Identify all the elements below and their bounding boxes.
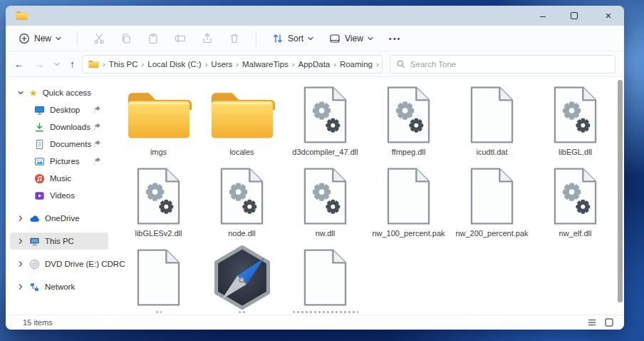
- file-list: imgs locales d3dcompiler_47.dll ffmpeg.d…: [113, 77, 624, 315]
- breadcrumb-separator: ›: [291, 60, 296, 68]
- sidebar-item-label: Desktop: [50, 106, 80, 114]
- breadcrumb-item-local-disk[interactable]: Local Disk (C:): [147, 60, 201, 68]
- chevron-right-icon: [18, 261, 24, 267]
- file-tile-nw-100-percent[interactable]: nw_100_percent.pak: [367, 164, 450, 245]
- search-input[interactable]: [410, 60, 609, 68]
- delete-button[interactable]: [229, 33, 240, 44]
- view-button[interactable]: View: [329, 33, 373, 44]
- sidebar-item-onedrive[interactable]: OneDrive: [10, 210, 108, 227]
- chevron-down-icon: [368, 36, 373, 41]
- folder-icon: [209, 89, 275, 141]
- copy-button[interactable]: [120, 33, 132, 44]
- download-icon: [34, 122, 45, 133]
- file-label: libEGL.dll: [559, 148, 592, 156]
- file-label: nw.dll: [316, 229, 336, 238]
- sidebar-item-music[interactable]: Music: [10, 170, 108, 187]
- folder-icon: [126, 89, 192, 141]
- this-pc-icon: [29, 236, 40, 247]
- sort-button-label: Sort: [288, 34, 303, 44]
- vertical-scrollbar[interactable]: [618, 80, 623, 312]
- file-tile-nwjs-app[interactable]: [200, 245, 284, 315]
- file-tile-nw[interactable]: nw.dll: [284, 164, 367, 245]
- document-icon: [34, 139, 45, 150]
- file-tile[interactable]: [284, 245, 367, 315]
- forward-button[interactable]: →: [34, 58, 44, 70]
- sidebar-item-documents[interactable]: Documents: [10, 136, 108, 153]
- sidebar-item-pictures[interactable]: Pictures: [10, 153, 108, 170]
- sidebar-item-quick-access[interactable]: ★ Quick access: [10, 84, 108, 101]
- details-view-icon[interactable]: [587, 317, 597, 327]
- breadcrumb-separator: ›: [235, 60, 239, 68]
- cut-icon: [93, 33, 105, 44]
- onedrive-cloud-icon: [29, 213, 40, 224]
- more-options-button[interactable]: •••: [389, 34, 402, 43]
- file-tile[interactable]: [117, 245, 200, 315]
- breadcrumb-item-this-pc[interactable]: This PC: [109, 60, 138, 68]
- cut-button[interactable]: [93, 33, 105, 44]
- file-tile-icudtl[interactable]: icudtl.dat: [450, 83, 534, 164]
- scrollbar-thumb[interactable]: [618, 80, 623, 302]
- close-button[interactable]: ×: [603, 10, 614, 21]
- address-bar: ← → ↑ › This PC › Local Disk (C:) › User…: [6, 51, 624, 77]
- pin-icon: [93, 106, 101, 113]
- new-plus-icon: [19, 33, 30, 44]
- sidebar-item-this-pc[interactable]: This PC: [10, 233, 108, 250]
- dll-file-icon: [136, 166, 181, 226]
- file-tile-d3dcompiler[interactable]: d3dcompiler_47.dll: [284, 83, 367, 164]
- breadcrumb-separator: ›: [204, 60, 209, 68]
- large-icons-view-icon[interactable]: [604, 317, 614, 327]
- file-tile-libglesv2[interactable]: libGLESv2.dll: [117, 164, 200, 245]
- folder-icon: [16, 11, 28, 21]
- music-icon: [34, 173, 45, 184]
- search-box[interactable]: [390, 55, 616, 73]
- breadcrumb-item-roaming[interactable]: Roaming: [340, 60, 373, 68]
- paste-icon: [147, 33, 159, 44]
- minimize-button[interactable]: –: [537, 10, 549, 21]
- sidebar-item-desktop[interactable]: Desktop: [10, 101, 108, 118]
- file-icon: [386, 166, 431, 226]
- breadcrumb-item-users[interactable]: Users: [211, 60, 232, 68]
- desktop-icon: [34, 105, 45, 116]
- file-tile-nw-200-percent[interactable]: nw_200_percent.pak: [450, 164, 534, 245]
- breadcrumb-separator: ›: [333, 60, 337, 68]
- sort-arrows-icon: [272, 33, 284, 44]
- file-tile-locales[interactable]: locales: [200, 83, 284, 164]
- chevron-right-icon: [18, 238, 24, 244]
- file-label: icudtl.dat: [476, 148, 507, 156]
- file-tile-ffmpeg[interactable]: ffmpeg.dll: [367, 83, 450, 164]
- file-tile-nw-elf[interactable]: nw_elf.dll: [534, 164, 617, 245]
- back-button[interactable]: ←: [14, 58, 24, 70]
- breadcrumb-item-appdata[interactable]: AppData: [298, 60, 330, 68]
- breadcrumb[interactable]: › This PC › Local Disk (C:) › Users › Ma…: [82, 55, 383, 73]
- file-tile-libegl[interactable]: libEGL.dll: [534, 83, 617, 164]
- chevron-right-icon: [18, 215, 24, 221]
- toolbar-divider: [256, 31, 256, 46]
- sidebar-item-dvd-drive[interactable]: DVD Drive (E:) CDRC: [10, 255, 108, 273]
- dll-file-icon: [386, 85, 431, 145]
- sidebar-item-label: Quick access: [43, 88, 91, 97]
- paste-button[interactable]: [147, 33, 159, 44]
- sidebar-item-videos[interactable]: Videos: [10, 187, 108, 204]
- share-button[interactable]: [202, 33, 213, 44]
- title-bar[interactable]: – ×: [6, 6, 624, 26]
- new-button[interactable]: New: [19, 33, 61, 44]
- file-tile-imgs[interactable]: imgs: [117, 83, 200, 164]
- sidebar-item-label: Documents: [50, 140, 91, 148]
- maximize-button[interactable]: [570, 11, 581, 20]
- rename-icon: [175, 33, 186, 44]
- file-tile-node[interactable]: node.dll: [200, 164, 284, 245]
- up-button[interactable]: ↑: [70, 58, 75, 70]
- sidebar-item-label: Music: [50, 174, 71, 183]
- recent-locations-chevron-icon[interactable]: [54, 61, 60, 67]
- chevron-right-icon: [18, 284, 24, 290]
- breadcrumb-item-malwaretips[interactable]: MalwareTips: [242, 60, 289, 68]
- sidebar-item-downloads[interactable]: Downloads: [10, 118, 108, 136]
- sidebar-item-network[interactable]: Network: [10, 278, 108, 295]
- command-toolbar: New Sort View •••: [6, 26, 624, 51]
- sort-button[interactable]: Sort: [272, 33, 313, 44]
- nwjs-app-icon: [211, 245, 274, 310]
- file-label: d3dcompiler_47.dll: [292, 148, 358, 156]
- clipped-filename: [156, 311, 162, 313]
- star-icon: ★: [29, 88, 38, 98]
- rename-button[interactable]: [175, 33, 186, 44]
